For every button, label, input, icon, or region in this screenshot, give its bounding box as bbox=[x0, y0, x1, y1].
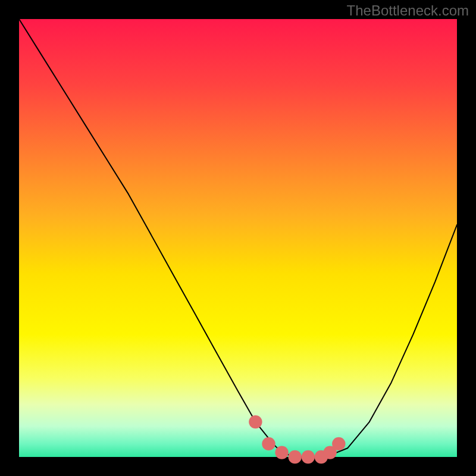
sweet-spot-dot bbox=[332, 437, 345, 450]
sweet-spot-dot bbox=[302, 450, 315, 464]
sweet-spot-dot bbox=[262, 437, 275, 450]
chart-container: TheBottleneck.com bbox=[0, 0, 476, 476]
sweet-spot-dot bbox=[249, 415, 262, 428]
chart-svg bbox=[0, 0, 476, 476]
watermark-text: TheBottleneck.com bbox=[347, 2, 469, 19]
sweet-spot-dot bbox=[275, 446, 288, 459]
sweet-spot-dot bbox=[289, 450, 302, 464]
